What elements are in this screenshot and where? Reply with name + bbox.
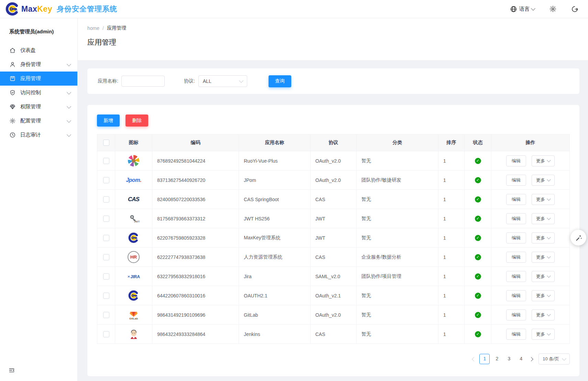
app-protocol-cell: SAML_v2.0: [311, 267, 357, 286]
pagination-page-2[interactable]: 2: [492, 354, 502, 363]
app-name-cell: Jira: [239, 267, 311, 286]
status-enabled-icon: [475, 273, 481, 280]
hr-logo-icon: HR: [128, 251, 140, 263]
status-enabled-icon: [475, 216, 481, 222]
column-header: 应用名称: [239, 134, 311, 151]
row-checkbox[interactable]: [103, 273, 109, 280]
brand-subtitle: 身份安全管理系统: [57, 4, 117, 14]
language-menu[interactable]: 语言: [510, 6, 535, 13]
row-checkbox[interactable]: [103, 331, 109, 337]
more-button[interactable]: 更多: [532, 252, 555, 263]
more-button[interactable]: 更多: [532, 309, 555, 320]
logout-icon[interactable]: [571, 6, 578, 13]
app-code-cell: 824008507220033536: [152, 190, 239, 209]
maxkey-logo-icon: [128, 290, 139, 301]
edit-button[interactable]: 编辑: [506, 290, 526, 301]
pagination-page-3[interactable]: 3: [504, 354, 514, 363]
edit-button[interactable]: 编辑: [506, 232, 526, 243]
more-button[interactable]: 更多: [532, 213, 555, 224]
sidebar-user-title: 系统管理员(admin): [0, 18, 77, 43]
sidebar-item-仪表盘[interactable]: 仪表盘: [0, 43, 77, 57]
page-title: 应用管理: [87, 37, 578, 47]
language-label: 语言: [519, 6, 530, 12]
sidebar-item-label: 日志审计: [20, 132, 41, 138]
table-row: Jpom. 837136275440926720 JPom OAuth_v2.0…: [97, 171, 570, 190]
row-checkbox[interactable]: [103, 293, 109, 299]
sidebar-item-身份管理[interactable]: 身份管理: [0, 57, 77, 72]
status-enabled-icon: [475, 312, 481, 318]
chevron-down-icon: [67, 132, 71, 137]
breadcrumb-home-link[interactable]: home: [87, 25, 99, 31]
row-checkbox[interactable]: [103, 312, 109, 318]
menu-fold-icon[interactable]: [8, 367, 15, 375]
more-button[interactable]: 更多: [532, 329, 555, 340]
edit-button[interactable]: 编辑: [506, 175, 526, 186]
pagination-next-icon[interactable]: [529, 357, 533, 361]
chevron-down-icon: [547, 216, 551, 220]
app-icon-cell: [115, 325, 152, 344]
edit-button[interactable]: 编辑: [506, 155, 526, 166]
app-name-input[interactable]: [121, 76, 165, 87]
maxkey-logo-icon: [128, 232, 139, 243]
edit-button[interactable]: 编辑: [506, 329, 526, 340]
gitlab-logo-icon: GitLab: [129, 309, 138, 320]
page-size-select[interactable]: 10 条/页: [538, 353, 570, 364]
chevron-down-icon: [547, 158, 551, 162]
edit-button[interactable]: 编辑: [506, 252, 526, 263]
pagination-page-4[interactable]: 4: [516, 354, 526, 363]
table-row: 622076759805923328 MaxKey管理系统 JWT 暂无 1 编…: [97, 228, 570, 248]
pagination-page-1[interactable]: 1: [479, 354, 490, 364]
chevron-down-icon: [547, 235, 551, 239]
app-name-cell: 人力资源管理系统: [239, 248, 311, 267]
sidebar-item-权限管理[interactable]: 权限管理: [0, 100, 77, 114]
more-button[interactable]: 更多: [532, 155, 555, 166]
floating-tool-button[interactable]: [570, 230, 586, 246]
sidebar-item-label: 应用管理: [20, 75, 41, 82]
app-protocol-cell: OAuth_v2.0: [311, 151, 357, 171]
column-header: 状态: [465, 134, 491, 151]
page-size-value: 10 条/页: [543, 356, 559, 362]
sidebar-item-日志审计[interactable]: 日志审计: [0, 128, 77, 142]
chevron-down-icon: [547, 312, 551, 316]
sidebar-item-访问控制[interactable]: 访问控制: [0, 86, 77, 100]
row-checkbox[interactable]: [103, 216, 109, 222]
more-button[interactable]: 更多: [532, 290, 555, 301]
app-sort-cell: 1: [438, 305, 465, 325]
row-checkbox[interactable]: [103, 177, 109, 183]
app-code-cell: 644220607860310016: [152, 286, 239, 305]
apps-table: 图标编码应用名称协议分类排序状态操作 876892492581044224 Ru…: [97, 134, 570, 344]
edit-button[interactable]: 编辑: [506, 213, 526, 224]
more-button[interactable]: 更多: [532, 271, 555, 282]
row-checkbox[interactable]: [103, 196, 109, 203]
app-icon-cell: Jpom.: [115, 171, 152, 190]
more-button[interactable]: 更多: [532, 194, 555, 205]
sidebar-item-配置管理[interactable]: 配置管理: [0, 114, 77, 128]
gear-icon[interactable]: [549, 5, 557, 13]
app-name-cell: MaxKey管理系统: [239, 228, 311, 248]
row-checkbox[interactable]: [103, 254, 109, 260]
search-button[interactable]: 查询: [269, 75, 291, 87]
app-category-cell: 暂无: [357, 151, 438, 171]
more-button[interactable]: 更多: [532, 232, 555, 243]
status-enabled-icon: [475, 331, 481, 337]
breadcrumb-separator: /: [102, 25, 104, 31]
sidebar-item-应用管理[interactable]: 应用管理: [0, 72, 77, 86]
row-checkbox[interactable]: [103, 235, 109, 241]
app-window-icon: [9, 75, 16, 82]
pagination-prev-icon[interactable]: [472, 357, 476, 361]
app-name-cell: CAS SpringBoot: [239, 190, 311, 209]
app-code-cell: 986431492190109696: [152, 305, 239, 325]
more-button[interactable]: 更多: [532, 175, 555, 186]
app-protocol-cell: OAuth_v2.0: [311, 171, 357, 190]
protocol-select[interactable]: ALL: [198, 75, 247, 87]
app-icon-cell: CAS: [115, 190, 152, 209]
select-all-checkbox[interactable]: [103, 140, 109, 146]
app-name-cell: OAUTH2.1: [239, 286, 311, 305]
add-button[interactable]: 新增: [97, 115, 120, 127]
edit-button[interactable]: 编辑: [506, 194, 526, 205]
chevron-down-icon: [67, 90, 71, 95]
edit-button[interactable]: 编辑: [506, 309, 526, 320]
delete-button[interactable]: 删除: [126, 115, 148, 127]
row-checkbox[interactable]: [103, 158, 109, 164]
edit-button[interactable]: 编辑: [506, 271, 526, 282]
